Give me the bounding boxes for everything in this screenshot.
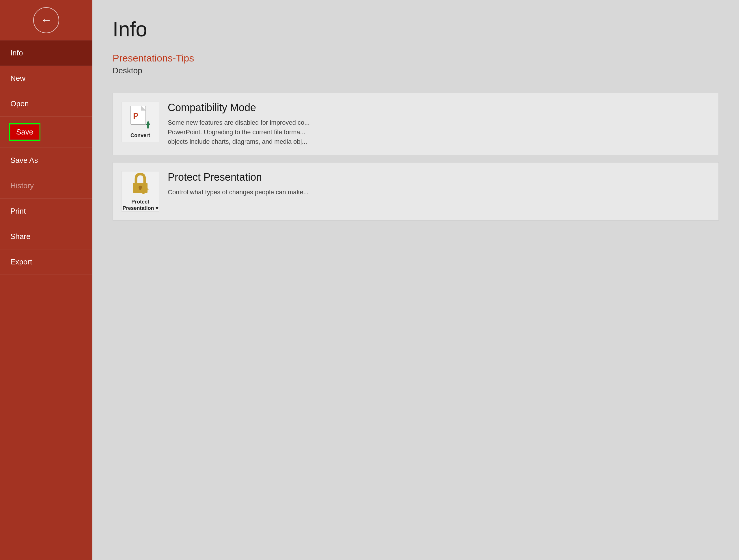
convert-text: Compatibility Mode Some new features are… (168, 102, 710, 146)
sidebar-item-history[interactable]: History (0, 173, 92, 198)
svg-text:P: P (133, 111, 139, 120)
protect-text: Protect Presentation Control what types … (168, 171, 710, 197)
svg-rect-4 (147, 124, 149, 128)
convert-label: Convert (131, 133, 150, 139)
convert-card[interactable]: P Convert Compatibility Mode Some new fe… (113, 93, 719, 155)
svg-marker-3 (146, 120, 150, 125)
sidebar-item-new[interactable]: New (0, 66, 92, 91)
svg-rect-7 (139, 187, 141, 190)
sidebar-item-open[interactable]: Open (0, 91, 92, 117)
protect-label: ProtectPresentation ▾ (122, 199, 158, 211)
protect-card[interactable]: ProtectPresentation ▾ Protect Presentati… (113, 162, 719, 221)
protect-card-icon: ProtectPresentation ▾ (122, 171, 159, 212)
page-title: Info (113, 17, 719, 41)
sidebar-item-share[interactable]: Share (0, 224, 92, 249)
save-button-label: Save (10, 125, 39, 139)
protect-description: Control what types of changes people can… (168, 187, 710, 197)
back-button[interactable]: ← (0, 0, 92, 40)
protect-title: Protect Presentation (168, 171, 710, 183)
main-content: Info Presentations-Tips Desktop P Conv (92, 0, 739, 560)
file-name: Presentations-Tips (113, 52, 719, 64)
sidebar-item-save[interactable]: Save (0, 117, 92, 148)
sidebar-item-info[interactable]: Info (0, 40, 92, 66)
sidebar-item-save-as[interactable]: Save As (0, 148, 92, 173)
sidebar-item-print[interactable]: Print (0, 198, 92, 224)
back-arrow-icon: ← (40, 14, 52, 26)
svg-line-11 (148, 189, 148, 190)
convert-file-icon: P (130, 105, 150, 129)
convert-card-icon: P Convert (122, 102, 159, 142)
lock-icon (130, 172, 150, 195)
sidebar: ← Info New Open Save Save As History Pri… (0, 0, 92, 560)
sidebar-item-export[interactable]: Export (0, 249, 92, 275)
convert-description: Some new features are disabled for impro… (168, 118, 710, 146)
svg-line-10 (147, 189, 147, 190)
back-circle: ← (33, 7, 59, 33)
convert-title: Compatibility Mode (168, 102, 710, 114)
file-location: Desktop (113, 66, 719, 75)
